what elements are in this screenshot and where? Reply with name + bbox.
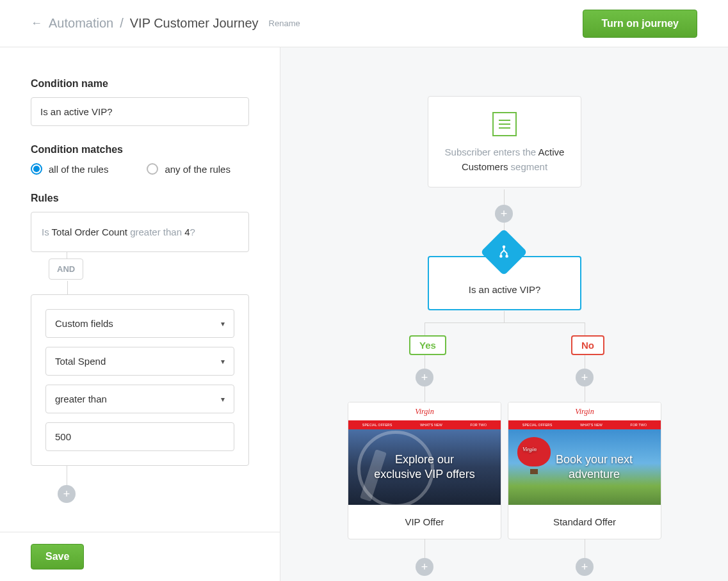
and-badge: AND	[49, 259, 83, 280]
rules-label: Rules	[31, 193, 249, 204]
plus-icon: +	[581, 561, 588, 574]
email-title: VIP Offer	[348, 505, 501, 539]
svg-point-0	[503, 246, 505, 248]
add-step-no-button[interactable]: +	[576, 369, 594, 386]
turn-on-journey-button[interactable]: Turn on journey	[583, 10, 697, 38]
add-step-after-vip-button[interactable]: +	[416, 558, 433, 576]
journey-canvas[interactable]: Subscriber enters the Active Customers s…	[280, 47, 728, 581]
back-arrow-icon[interactable]: ←	[31, 17, 42, 30]
svg-point-2	[506, 255, 508, 257]
plus-icon: +	[501, 207, 508, 221]
brand-logo: Virgin	[575, 407, 594, 417]
svg-point-1	[500, 255, 502, 257]
plus-icon: +	[63, 488, 70, 501]
operator-select[interactable]: greater than ▾	[45, 385, 234, 413]
radio-all-rules[interactable]: all of the rules	[31, 163, 108, 175]
radio-any-label: any of the rules	[165, 164, 231, 175]
condition-name-label: Condition name	[31, 78, 249, 90]
plus-icon: +	[421, 561, 428, 574]
rule-value: 4	[184, 227, 190, 237]
email-thumbnail: Virgin SPECIAL OFFERSWHAT'S NEWFOR TWO V…	[508, 402, 661, 505]
add-step-button[interactable]: +	[495, 205, 513, 223]
rule-field: Total Order Count	[52, 227, 127, 237]
balloon-icon: Virgin	[517, 437, 551, 477]
rule-editor-card: Custom fields ▾ Total Spend ▾ greater th…	[31, 294, 249, 466]
chevron-down-icon: ▾	[221, 319, 225, 328]
chevron-down-icon: ▾	[221, 395, 225, 404]
rule-op: greater than	[127, 227, 184, 237]
email-node-standard[interactable]: Virgin SPECIAL OFFERSWHAT'S NEWFOR TWO V…	[508, 402, 661, 539]
breadcrumb: ← Automation / VIP Customer Journey Rena…	[31, 16, 300, 31]
breadcrumb-separator: /	[120, 16, 124, 31]
field-type-select[interactable]: Custom fields ▾	[45, 309, 234, 338]
field-name-select[interactable]: Total Spend ▾	[45, 347, 234, 376]
radio-checked-icon	[31, 163, 42, 175]
sidebar: Condition name Condition matches all of …	[0, 47, 280, 581]
trigger-text: Subscriber enters the Active Customers s…	[441, 145, 568, 174]
email-node-vip[interactable]: Virgin SPECIAL OFFERSWHAT'S NEWFOR TWO E…	[348, 402, 501, 539]
radio-any-rules[interactable]: any of the rules	[147, 163, 231, 175]
rule-suffix: ?	[190, 227, 195, 237]
branch-yes-badge: Yes	[409, 335, 446, 355]
breadcrumb-root[interactable]: Automation	[49, 16, 113, 31]
save-button[interactable]: Save	[31, 544, 84, 569]
rule-value-input[interactable]	[45, 422, 234, 451]
email-thumbnail: Virgin SPECIAL OFFERSWHAT'S NEWFOR TWO E…	[348, 402, 501, 505]
trigger-node[interactable]: Subscriber enters the Active Customers s…	[428, 96, 581, 187]
add-step-yes-button[interactable]: +	[416, 369, 433, 386]
header: ← Automation / VIP Customer Journey Rena…	[0, 0, 728, 47]
rule-prefix: Is	[42, 227, 52, 237]
branch-no-badge: No	[571, 335, 604, 355]
field-type-value: Custom fields	[55, 318, 113, 329]
radio-all-label: all of the rules	[49, 164, 108, 175]
condition-node-label: Is an active VIP?	[439, 284, 570, 295]
brand-logo: Virgin	[415, 407, 433, 417]
condition-name-input[interactable]	[31, 97, 249, 126]
email-title: Standard Offer	[508, 505, 661, 539]
plus-icon: +	[581, 371, 588, 385]
breadcrumb-current: VIP Customer Journey	[130, 16, 259, 31]
radio-unchecked-icon	[147, 163, 158, 175]
plus-icon: +	[421, 371, 428, 385]
operator-value: greater than	[55, 394, 107, 404]
segment-icon	[492, 112, 517, 136]
condition-matches-label: Condition matches	[31, 144, 249, 155]
rename-link[interactable]: Rename	[269, 19, 300, 28]
add-rule-button[interactable]: +	[58, 485, 76, 503]
chevron-down-icon: ▾	[221, 357, 225, 366]
rule-summary-card[interactable]: Is Total Order Count greater than 4?	[31, 212, 249, 252]
add-step-after-standard-button[interactable]: +	[576, 558, 594, 576]
field-name-value: Total Spend	[55, 356, 106, 367]
